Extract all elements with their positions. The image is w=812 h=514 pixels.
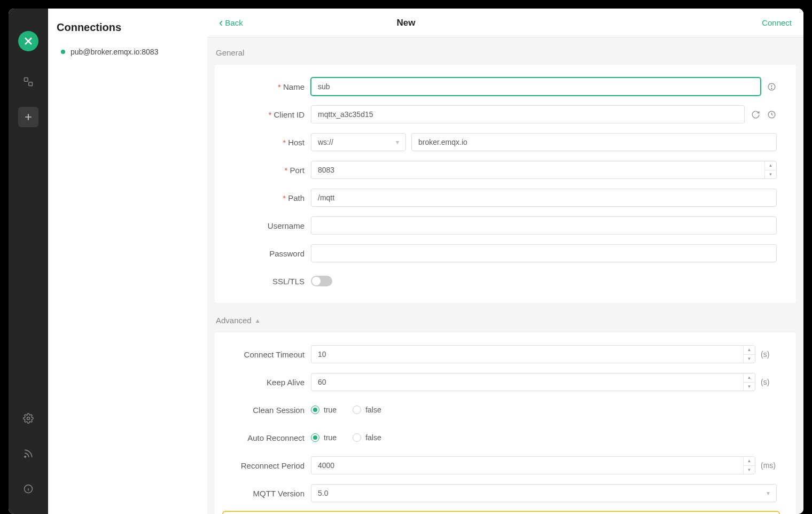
host-protocol-select[interactable]: ws:// ▾ [311,133,406,151]
history-icon[interactable] [766,109,777,120]
unit-seconds: (s) [761,350,777,359]
collapse-caret-icon: ▲ [255,317,261,324]
ssl-toggle[interactable] [311,276,332,286]
path-input[interactable] [311,189,777,207]
radio-unchecked-icon [353,433,361,442]
unit-ms: (ms) [761,461,777,470]
ssl-label: SSL/TLS [225,277,311,286]
chevron-down-icon: ▾ [396,138,399,146]
mqtt-version-select[interactable]: 5.0 ▾ [311,484,777,502]
password-input[interactable] [311,244,777,262]
connections-sidebar: Connections pub@broker.emqx.io:8083 [48,9,207,514]
app-logo [18,31,38,51]
svg-rect-0 [25,78,28,82]
general-card: Name Client ID [215,65,796,303]
svg-point-9 [771,88,771,89]
host-protocol-value: ws:// [318,138,333,146]
refresh-icon[interactable] [750,109,761,120]
connection-label: pub@broker.emqx.io:8083 [71,48,158,56]
connect-timeout-input[interactable] [311,345,755,363]
back-button[interactable]: Back [219,18,243,27]
svg-point-2 [27,417,30,420]
keep-alive-label: Keep Alive [225,378,311,387]
username-label: Username [225,221,311,230]
main-header: Back New Connect [207,9,803,37]
svg-rect-1 [29,82,33,86]
reconnect-period-label: Reconnect Period [225,461,311,470]
session-expiry-highlight: Session Expiry Interval ▲▼ (s) [222,511,780,514]
reconnect-period-spinner[interactable]: ▲▼ [743,457,755,474]
radio-checked-icon [311,433,319,442]
auto-reconnect-true[interactable]: true [311,433,337,442]
mqtt-version-label: MQTT Version [225,489,311,498]
nav-add-button[interactable] [18,107,38,127]
settings-icon[interactable] [18,408,38,429]
status-dot-online [61,50,65,54]
connect-timeout-label: Connect Timeout [225,350,311,359]
clean-session-false[interactable]: false [353,406,381,414]
info-icon[interactable] [18,479,38,499]
port-spinner[interactable]: ▲▼ [764,161,776,178]
advanced-section-title[interactable]: Advanced ▲ [216,316,796,325]
svg-point-3 [25,456,26,458]
password-label: Password [225,249,311,258]
clientid-input[interactable] [311,105,745,123]
clientid-label: Client ID [225,110,311,119]
keep-alive-spinner[interactable]: ▲▼ [743,373,755,391]
radio-checked-icon [311,406,319,414]
sidebar-title: Connections [48,21,207,42]
feed-icon[interactable] [18,443,38,464]
keep-alive-input[interactable] [311,373,755,391]
connect-button[interactable]: Connect [762,18,792,27]
info-icon[interactable] [766,81,777,92]
auto-reconnect-false[interactable]: false [353,433,381,442]
name-input[interactable] [311,77,761,96]
mqtt-version-value: 5.0 [318,489,328,497]
chevron-down-icon: ▾ [767,489,770,497]
general-section-title: General [216,48,796,57]
port-label: Port [225,166,311,175]
auto-reconnect-label: Auto Reconnect [225,433,311,442]
host-label: Host [225,138,311,147]
path-label: Path [225,193,311,203]
connect-timeout-spinner[interactable]: ▲▼ [743,346,755,363]
nav-rail [9,9,48,514]
radio-unchecked-icon [353,406,361,414]
main-panel: Back New Connect General Name Cl [207,9,803,514]
port-input[interactable] [311,161,777,179]
username-input[interactable] [311,216,777,235]
nav-connections-icon[interactable] [18,72,38,92]
reconnect-period-input[interactable] [311,456,755,474]
clean-session-label: Clean Session [225,406,311,415]
advanced-card: Connect Timeout ▲▼ (s) Keep Alive [215,332,796,514]
unit-seconds: (s) [761,378,777,386]
name-label: Name [225,82,311,91]
page-title: New [397,18,416,28]
clean-session-true[interactable]: true [311,406,337,414]
connection-item[interactable]: pub@broker.emqx.io:8083 [48,42,207,61]
host-input[interactable] [411,133,777,151]
